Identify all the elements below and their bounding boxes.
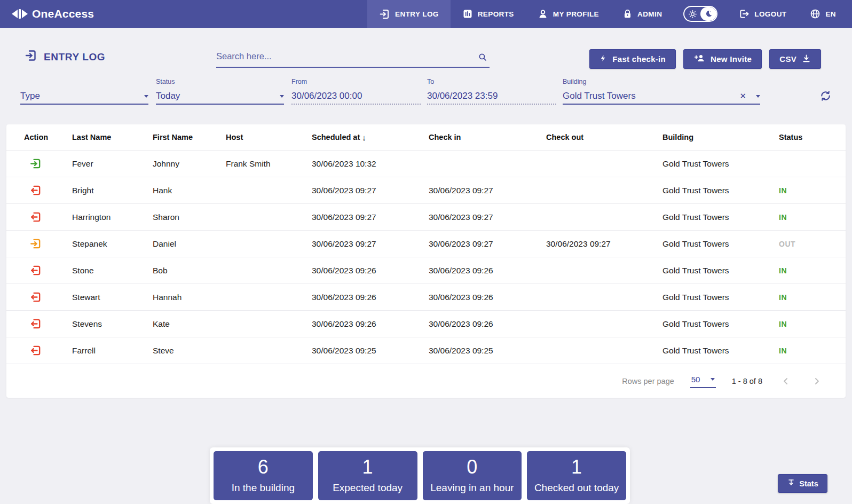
- col-action: Action: [24, 133, 72, 141]
- col-host[interactable]: Host: [226, 133, 312, 141]
- status-badge: OUT: [779, 240, 846, 248]
- status-filter[interactable]: Status Today: [156, 77, 284, 105]
- dark-mode-moon-icon[interactable]: [700, 7, 716, 21]
- logout-button[interactable]: LOGOUT: [727, 0, 798, 28]
- brand-logo[interactable]: OneAccess: [12, 7, 94, 20]
- check-out-action-icon[interactable]: [29, 291, 42, 303]
- col-last-name[interactable]: Last Name: [72, 133, 153, 141]
- entry-log-icon: [25, 49, 37, 65]
- check-out-action-icon[interactable]: [29, 184, 42, 196]
- sort-desc-icon: ↓: [362, 133, 366, 142]
- stat-card-leaving-in-an-hour: 0 Leaving in an hour: [423, 451, 522, 500]
- nav-item-admin[interactable]: ADMIN: [611, 0, 674, 28]
- lock-icon: [622, 9, 633, 19]
- next-page-button[interactable]: [809, 374, 824, 389]
- pagination-bar: Rows per page 50 1 - 8 of 8: [6, 364, 846, 398]
- nav-item-reports[interactable]: REPORTS: [451, 0, 526, 28]
- filter-bar: Type Status Today From 30/06/2023 00:00 …: [20, 77, 832, 105]
- light-mode-sun-icon[interactable]: [684, 7, 700, 21]
- status-badge: IN: [779, 293, 846, 302]
- table-row: Stevens Kate 30/06/2023 09:26 30/06/2023…: [6, 310, 846, 337]
- entry-log-table: Action Last Name First Name Host Schedul…: [6, 124, 846, 398]
- col-scheduled-at[interactable]: Scheduled at↓: [312, 133, 429, 142]
- stats-panel: 6 In the building 1 Expected today 0 Lea…: [210, 447, 630, 504]
- status-badge: IN: [779, 213, 846, 222]
- re-check-in-action-icon[interactable]: [29, 238, 42, 250]
- search-input[interactable]: [216, 48, 490, 68]
- globe-icon: [810, 9, 821, 19]
- table-row: Farrell Steve 30/06/2023 09:25 30/06/202…: [6, 337, 846, 364]
- search-icon[interactable]: [478, 52, 487, 64]
- table-body: Fever Johnny Frank Smith 30/06/2023 10:3…: [6, 150, 846, 364]
- logout-icon: [739, 9, 750, 19]
- chevron-down-icon: [711, 378, 715, 381]
- check-out-action-icon[interactable]: [29, 211, 42, 223]
- table-header-row: Action Last Name First Name Host Schedul…: [6, 124, 846, 150]
- new-invite-button[interactable]: New Invite: [683, 49, 762, 69]
- check-out-action-icon[interactable]: [29, 344, 42, 357]
- nav-item-my-profile[interactable]: MY PROFILE: [526, 0, 611, 28]
- brand-logo-icon: [12, 9, 28, 19]
- clear-filter-icon[interactable]: ✕: [739, 91, 746, 101]
- table-row: Stone Bob 30/06/2023 09:26 30/06/2023 09…: [6, 257, 846, 284]
- page-header: ENTRY LOG Fast check-in New Invite: [0, 28, 852, 77]
- check-out-action-icon[interactable]: [29, 318, 42, 330]
- nav-menu: ENTRY LOG REPORTS MY PROFILE ADMIN: [367, 0, 852, 28]
- top-navbar: OneAccess ENTRY LOG REPORTS MY PROFILE: [0, 0, 852, 28]
- col-building[interactable]: Building: [662, 133, 779, 141]
- stats-toggle-button[interactable]: Stats: [778, 474, 827, 493]
- type-filter[interactable]: Type: [20, 77, 148, 105]
- collapse-down-icon: [787, 478, 795, 489]
- status-badge: IN: [779, 346, 846, 355]
- stat-card-checked-out-today: 1 Checked out today: [527, 451, 626, 500]
- stat-card-expected-today: 1 Expected today: [318, 451, 417, 500]
- to-date-filter[interactable]: To 30/06/2023 23:59: [427, 77, 556, 105]
- table-row: Stewart Hannah 30/06/2023 09:26 30/06/20…: [6, 284, 846, 310]
- entry-log-page: OneAccess ENTRY LOG REPORTS MY PROFILE: [0, 0, 852, 504]
- profile-icon: [538, 9, 548, 19]
- person-add-icon: [693, 53, 705, 65]
- table-row: Stepanek Daniel 30/06/2023 09:27 30/06/2…: [6, 230, 846, 257]
- table-row: Fever Johnny Frank Smith 30/06/2023 10:3…: [6, 150, 846, 177]
- table-row: Bright Hank 30/06/2023 09:27 30/06/2023 …: [6, 177, 846, 203]
- rows-per-page-select[interactable]: 50: [690, 374, 716, 388]
- fast-checkin-button[interactable]: Fast check-in: [589, 49, 676, 69]
- theme-toggle[interactable]: [683, 6, 717, 22]
- logout-label: LOGOUT: [754, 10, 786, 18]
- previous-page-button[interactable]: [778, 374, 793, 389]
- language-label: EN: [825, 10, 836, 18]
- status-badge: IN: [779, 320, 846, 328]
- chevron-down-icon[interactable]: [144, 95, 148, 98]
- status-badge: IN: [779, 266, 846, 275]
- check-out-action-icon[interactable]: [29, 264, 42, 277]
- page-title: ENTRY LOG: [25, 49, 105, 65]
- header-actions: Fast check-in New Invite CSV: [589, 49, 821, 69]
- language-selector[interactable]: EN: [798, 0, 852, 28]
- building-filter[interactable]: Building Gold Trust Towers ✕: [563, 77, 760, 105]
- check-in-action-icon[interactable]: [29, 158, 42, 170]
- nav-item-entry-log[interactable]: ENTRY LOG: [367, 0, 451, 28]
- csv-export-button[interactable]: CSV: [769, 49, 821, 69]
- download-icon: [802, 54, 811, 65]
- col-check-out[interactable]: Check out: [546, 133, 662, 141]
- table-row: Harrington Sharon 30/06/2023 09:27 30/06…: [6, 203, 846, 230]
- brand-name: OneAccess: [32, 7, 94, 20]
- col-status[interactable]: Status: [779, 133, 846, 141]
- col-check-in[interactable]: Check in: [429, 133, 546, 141]
- rows-per-page-label: Rows per page: [622, 377, 674, 385]
- chevron-down-icon[interactable]: [280, 95, 284, 98]
- chevron-down-icon[interactable]: [756, 95, 760, 98]
- reports-icon: [462, 9, 473, 19]
- pagination-range: 1 - 8 of 8: [732, 377, 762, 385]
- col-first-name[interactable]: First Name: [153, 133, 226, 141]
- entry-log-icon: [379, 9, 390, 20]
- lightning-icon: [599, 53, 607, 65]
- status-badge: IN: [779, 186, 846, 195]
- search-box: [216, 48, 490, 68]
- stat-card-in-the-building: 6 In the building: [214, 451, 313, 500]
- refresh-icon[interactable]: [819, 90, 832, 104]
- from-date-filter[interactable]: From 30/06/2023 00:00: [291, 77, 421, 105]
